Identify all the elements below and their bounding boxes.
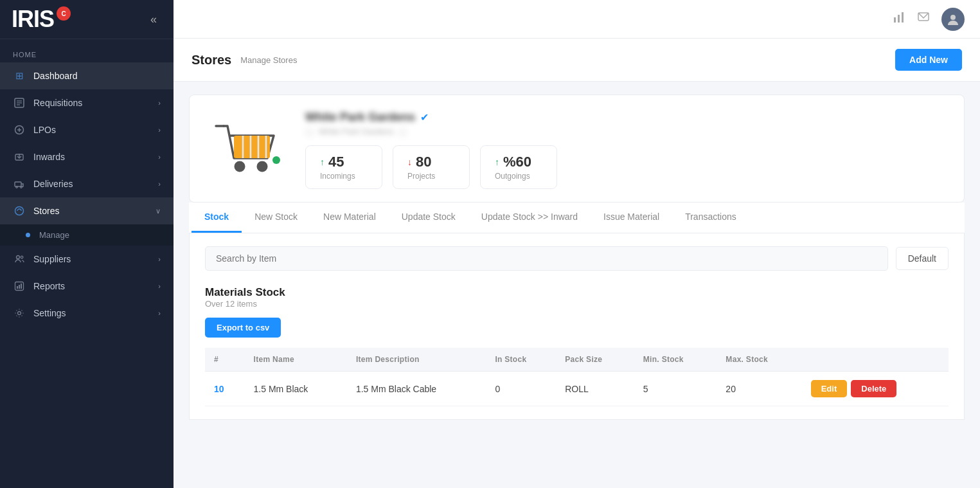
svg-rect-9 [15,182,21,186]
stat-incomings: ↑ 45 Incomings [305,145,382,189]
logo-text: IRIS [12,8,54,31]
svg-rect-20 [894,17,896,23]
suppliers-icon [13,253,26,266]
message-icon[interactable] [917,11,930,27]
stat-projects: ↓ 80 Projects [393,145,470,189]
export-csv-button[interactable]: Export to csv [205,318,281,338]
col-header: Item Name [245,348,347,372]
store-name: White Park Gardens [305,111,415,124]
col-header: # [205,348,245,372]
sidebar-logo: IRIS C « [0,0,174,39]
sidebar-item-settings[interactable]: Settings › [0,300,174,327]
svg-rect-21 [898,15,900,23]
edit-button[interactable]: Edit [811,380,848,397]
table-cell: 1.5 Mm Black Cable [347,372,486,406]
store-address: White Park Gardens [305,127,946,136]
topbar [174,0,980,39]
col-header [802,348,949,372]
sidebar-item-label: Dashboard [33,71,78,81]
sidebar-subitem-label: Manage [39,230,69,240]
tab-update-stock[interactable]: Update Stock [389,203,468,233]
sidebar-item-label: Requisitions [33,98,82,108]
tab-issue-material[interactable]: Issue Material [591,203,672,233]
sidebar-item-requisitions[interactable]: Requisitions › [0,89,174,116]
svg-point-10 [16,186,18,188]
sidebar-item-stores[interactable]: Stores ∨ [0,197,174,224]
stat-outgoings: ↑ %60 Outgoings [480,145,557,189]
verified-badge-icon: ✔ [420,111,429,123]
main-content: Stores Manage Stores Add New [174,0,980,488]
svg-point-33 [272,156,280,164]
lpos-icon [13,123,26,136]
stat-value-incomings: 45 [328,154,344,170]
search-input[interactable] [205,246,888,271]
requisitions-icon [13,96,26,109]
svg-rect-22 [902,12,904,23]
chevron-down-icon: ∨ [156,207,161,215]
stat-value-projects: 80 [416,154,431,170]
sidebar-item-reports[interactable]: Reports › [0,273,174,300]
trend-down-icon: ↓ [407,157,412,167]
table-header-row: #Item NameItem DescriptionIn StockPack S… [205,348,949,372]
stat-label-outgoings: Outgoings [495,172,542,181]
page-header: Stores Manage Stores Add New [174,39,980,82]
store-name-row: White Park Gardens ✔ [305,111,946,124]
sidebar-item-deliveries[interactable]: Deliveries › [0,170,174,197]
svg-rect-16 [17,286,18,289]
svg-point-11 [21,186,22,188]
svg-point-12 [15,207,24,215]
filter-button[interactable]: Default [896,247,949,270]
svg-point-19 [18,312,21,315]
col-header: Max. Stock [717,348,801,372]
avatar[interactable] [941,8,965,31]
logo-icon: C [57,6,71,21]
svg-rect-25 [234,136,270,158]
sidebar-item-label: Settings [33,308,66,318]
col-header: In Stock [486,348,556,372]
store-cart-image [208,114,285,185]
materials-count: Over 12 items [205,299,949,309]
chevron-right-icon: › [158,180,161,188]
store-stats: ↑ 45 Incomings ↓ 80 Projects [305,145,946,189]
svg-point-30 [234,161,245,172]
chevron-right-icon: › [158,309,161,317]
materials-header: Materials Stock Over 12 items [205,286,949,309]
tab-update-stock-inward[interactable]: Update Stock >> Inward [468,203,591,233]
sidebar-item-suppliers[interactable]: Suppliers › [0,246,174,273]
svg-point-31 [256,161,267,172]
chevron-right-icon: › [158,282,161,290]
svg-point-14 [21,256,23,258]
sidebar-item-label: Stores [33,206,59,216]
deliveries-icon [13,177,26,190]
delete-button[interactable]: Delete [851,380,896,397]
reports-icon [13,280,26,293]
table-cell: 1.5 Mm Black [245,372,347,406]
svg-point-13 [17,256,20,259]
table-cell: 0 [486,372,556,406]
dashboard-icon: ⊞ [13,69,26,82]
sidebar-item-label: Suppliers [33,254,71,264]
collapse-button[interactable]: « [145,10,162,29]
sidebar-item-lpos[interactable]: LPOs › [0,116,174,143]
stat-label-projects: Projects [407,172,455,181]
tab-transactions[interactable]: Transactions [672,203,749,233]
sidebar-item-label: LPOs [33,125,56,135]
tab-new-stock[interactable]: New Stock [242,203,310,233]
tab-stock[interactable]: Stock [192,203,242,233]
chevron-right-icon: › [158,153,161,161]
tab-new-material[interactable]: New Material [310,203,389,233]
sidebar-item-inwards[interactable]: Inwards › [0,143,174,170]
search-filter-row: Default [205,246,949,271]
table-cell: 5 [634,372,717,406]
content-area: Stores Manage Stores Add New [174,39,980,488]
add-new-button[interactable]: Add New [895,49,962,71]
sidebar-section-label: HOME [0,39,174,62]
stat-label-incomings: Incomings [320,172,368,181]
table-cell: 20 [717,372,801,406]
chart-icon[interactable] [893,11,905,27]
settings-icon [13,307,26,320]
sidebar-subitem-manage[interactable]: Manage [0,224,174,246]
sidebar-item-dashboard[interactable]: ⊞ Dashboard [0,62,174,89]
chevron-right-icon: › [158,255,161,263]
tabs-bar: StockNew StockNew MaterialUpdate StockUp… [189,203,965,233]
